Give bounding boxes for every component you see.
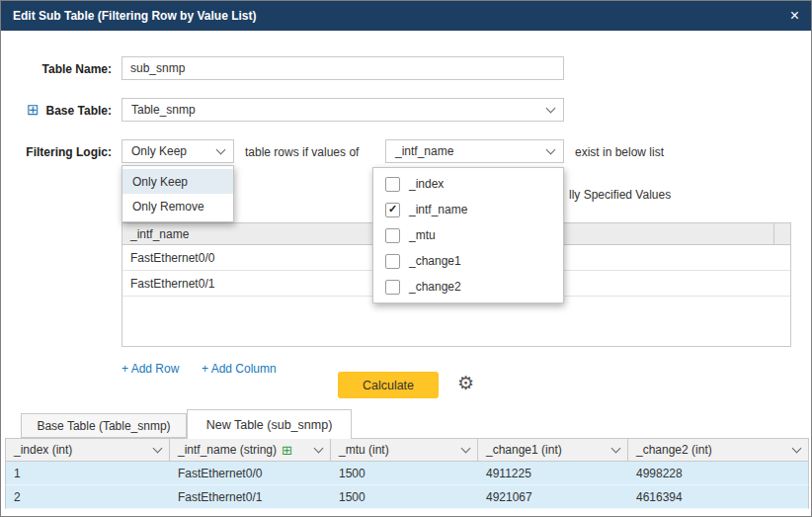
column-header-mtu[interactable]: _mtu (int) [331,439,478,461]
column-select-menu: _index _intf_name _mtu _change1 _change2 [372,167,564,303]
menu-item-intf-name[interactable]: _intf_name [373,197,563,222]
add-column-link[interactable]: + Add Column [202,362,277,376]
cell-change1: 4921067 [478,485,628,508]
table-name-input[interactable] [122,56,564,80]
column-header-change1[interactable]: _change1 (int) [478,439,628,461]
chevron-down-icon [153,443,163,453]
column-header-label: _intf_name (string) [178,443,277,457]
menu-item-only-keep[interactable]: Only Keep [122,169,233,194]
cell-intf-name: FastEthernet0/1 [170,485,331,508]
gear-icon[interactable]: ⚙ [457,373,474,394]
partial-specified-values-text: lly Specified Values [569,188,671,202]
menu-item-only-remove[interactable]: Only Remove [122,194,233,218]
cell-change2: 4616394 [628,485,808,508]
add-row-link[interactable]: + Add Row [122,362,179,376]
column-header-label: _mtu (int) [339,443,389,457]
chevron-down-icon [546,144,556,154]
menu-item-label: _mtu [409,228,436,242]
filtering-logic-menu: Only Keep Only Remove [122,165,234,222]
column-header-change2[interactable]: _change2 (int) [628,439,808,461]
cell-index: 1 [6,462,170,484]
result-table: _index (int) _intf_name (string) ⊞ _mtu … [5,438,809,509]
cell-mtu: 1500 [331,485,478,508]
menu-item-label: _index [409,177,444,191]
column-header-label: _index (int) [14,443,72,457]
close-icon[interactable]: × [790,8,799,24]
filter-column-value: _intf_name [395,144,453,158]
chevron-down-icon [546,103,556,113]
tab-base-table[interactable]: Base Table (Table_snmp) [21,413,187,438]
base-table-select-value: Table_snmp [131,103,196,117]
checkbox-checked-icon [385,203,400,217]
dialog-title: Edit Sub Table (Filtering Row by Value L… [13,9,256,23]
checkbox-icon [385,254,400,269]
base-table-label: Base Table: [1,104,112,118]
result-table-header: _index (int) _intf_name (string) ⊞ _mtu … [5,438,809,462]
menu-item-change2[interactable]: _change2 [373,274,563,300]
cell-change2: 4998228 [628,462,808,484]
menu-item-label: _intf_name [409,203,467,216]
menu-item-change1[interactable]: _change1 [373,248,563,274]
column-header-label: _change2 (int) [636,443,712,457]
cell-mtu: 1500 [331,462,478,484]
menu-item-label: _change1 [409,254,461,268]
menu-item-mtu[interactable]: _mtu [373,222,563,248]
value-list-header-end-cell [773,223,790,244]
menu-item-label: _change2 [409,280,461,294]
column-header-index[interactable]: _index (int) [6,439,170,461]
dialog-titlebar: Edit Sub Table (Filtering Row by Value L… [1,1,811,31]
column-header-label: _change1 (int) [486,443,562,457]
chevron-down-icon [611,443,621,453]
tab-new-table[interactable]: New Table (sub_snmp) [187,409,352,439]
edit-sub-table-dialog: Edit Sub Table (Filtering Row by Value L… [0,0,812,517]
filtering-logic-label: Filtering Logic: [1,145,112,159]
cell-intf-name: FastEthernet0/0 [170,462,331,484]
calculate-button[interactable]: Calculate [338,372,439,398]
cell-change1: 4911225 [478,462,628,484]
table-name-label: Table Name: [1,62,112,76]
checkbox-icon [385,177,400,192]
cell-index: 2 [6,485,170,508]
menu-item-index[interactable]: _index [373,171,563,197]
column-header-intf-name[interactable]: _intf_name (string) ⊞ [170,439,331,461]
filtering-logic-value: Only Keep [131,144,187,158]
chevron-down-icon [314,443,324,453]
filter-column-select[interactable]: _intf_name [385,139,564,163]
chevron-down-icon [792,443,802,453]
table-row: 2 FastEthernet0/1 1500 4921067 4616394 [5,485,809,509]
checkbox-icon [385,280,400,295]
filtering-logic-select[interactable]: Only Keep [122,139,234,163]
table-row: 1 FastEthernet0/0 1500 4911225 4998228 [5,462,809,485]
filter-suffix-text: exist in below list [575,145,664,159]
value-list-header-label: _intf_name [130,227,189,241]
checkbox-icon [385,228,400,243]
column-function-icon: ⊞ [282,444,292,457]
filter-middle-text: table rows if values of [245,145,359,159]
chevron-down-icon [216,144,226,154]
base-table-select[interactable]: Table_snmp [122,98,564,122]
chevron-down-icon [461,443,471,453]
